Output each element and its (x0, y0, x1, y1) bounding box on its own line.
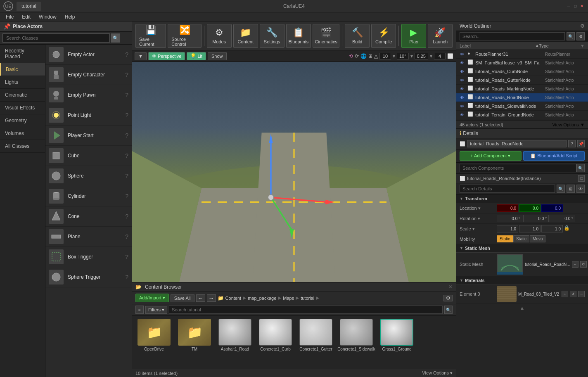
actor-item-sphere-trigger[interactable]: Sphere Trigger ? (45, 267, 132, 287)
static-mesh-section-header[interactable]: Static Mesh (456, 244, 588, 253)
scale-dropdown[interactable]: ▾ (430, 53, 432, 59)
wo-settings-button[interactable]: ⚙ (576, 32, 585, 40)
actor-info-0[interactable]: ? (125, 51, 128, 58)
grid-size-input[interactable]: 10 (379, 53, 391, 59)
rotation-dropdown-icon[interactable]: ▾ (478, 216, 480, 221)
grid-dropdown[interactable]: ▾ (393, 53, 395, 59)
category-visual-effects[interactable]: Visual Effects (0, 102, 45, 114)
dp-name-input[interactable] (467, 140, 567, 147)
add-import-button[interactable]: Add/Import ▾ (135, 294, 169, 302)
cb-asset-asphalt[interactable]: Asphalt1_Road (216, 319, 254, 351)
wo-item-6[interactable]: 👁 ⬜ tutorial_Roads_SidewalkNode StaticMe… (456, 102, 588, 111)
wo-view-options-button[interactable]: View Options ▼ (552, 122, 585, 127)
wo-settings-icon[interactable]: ⚙ (580, 23, 585, 29)
actor-info-7[interactable]: ? (125, 193, 128, 199)
actor-info-10[interactable]: ? (125, 254, 128, 260)
cb-asset-concrete-gutter[interactable]: Concrete1_Gutter (297, 319, 334, 351)
actor-info-8[interactable]: ? (125, 213, 128, 220)
category-geometry[interactable]: Geometry (0, 114, 45, 127)
location-z-input[interactable] (541, 204, 563, 212)
actor-item-empty-pawn[interactable]: Empty Pawn ? (45, 85, 132, 105)
actor-info-11[interactable]: ? (125, 274, 128, 280)
mobility-movable-button[interactable]: Mova (530, 235, 545, 242)
mobility-stationary-button[interactable]: Static (513, 235, 529, 242)
breadcrumb-map-package[interactable]: map_package (248, 296, 276, 301)
mat-reset-button[interactable]: ↺ (570, 291, 576, 297)
scale-lock-icon[interactable]: 🔒 (564, 225, 570, 232)
rotation-dropdown[interactable]: ▾ (410, 53, 413, 59)
wo-vis-0[interactable]: 👁 (458, 51, 466, 57)
wo-filter-icon[interactable]: ▼ (580, 43, 585, 48)
cb-search-button[interactable]: 🔍 (444, 306, 453, 314)
breadcrumb-tutorial[interactable]: tutorial (301, 296, 314, 301)
category-all-classes[interactable]: All Classes (0, 140, 45, 153)
source-control-button[interactable]: 🔀 Source Control (168, 24, 202, 48)
save-all-button[interactable]: Save All (171, 294, 194, 302)
rotation-y-input[interactable] (523, 215, 549, 222)
wo-item-5[interactable]: 👁 ⬜ tutorial_Roads_RoadNode StaticMeshAc… (456, 93, 588, 102)
category-basic[interactable]: Basic (0, 63, 45, 76)
dp-details-search-input[interactable] (460, 185, 555, 193)
search-classes-button[interactable]: 🔍 (111, 33, 120, 43)
dp-grid-btn[interactable]: ⊞ (567, 185, 575, 193)
dp-instance-checkbox[interactable]: ☐ (578, 175, 585, 182)
save-current-button[interactable]: 💾 Save Current (135, 24, 166, 48)
materials-section-header[interactable]: Materials (456, 276, 588, 285)
maximize-viewport-button[interactable]: ⬜ (447, 53, 453, 59)
wo-vis-3[interactable]: 👁 (458, 77, 466, 83)
wo-vis-2[interactable]: 👁 (458, 68, 466, 75)
viewport-canvas[interactable] (132, 62, 456, 282)
close-button[interactable]: ✕ (579, 3, 585, 9)
wo-item-3[interactable]: 👁 ⬜ tutorial_Roads_GutterNode StaticMesh… (456, 76, 588, 85)
dp-eye-btn[interactable]: 👁 (576, 185, 585, 193)
camera-speed[interactable]: 4 (434, 53, 446, 59)
wo-vis-7[interactable]: 👁 (458, 111, 466, 118)
actor-info-9[interactable]: ? (125, 233, 128, 240)
dp-search-components-button[interactable]: 🔍 (576, 164, 585, 172)
menu-file[interactable]: File (2, 13, 18, 21)
cb-filters-button[interactable]: Filters ▾ (145, 306, 167, 314)
content-button[interactable]: 📁 Content (233, 24, 258, 48)
play-button[interactable]: ▶ Play (401, 24, 426, 48)
nav-back-button[interactable]: ← (196, 294, 205, 302)
sm-reset-button[interactable]: ↺ (580, 261, 587, 268)
wo-vis-1[interactable]: 👁 (458, 59, 466, 66)
mobility-static-button[interactable]: Static (497, 235, 513, 242)
actor-item-sphere[interactable]: Sphere ? (45, 166, 132, 186)
actor-item-box-trigger[interactable]: Box Trigger ? (45, 247, 132, 267)
cb-asset-grass[interactable]: Grass1_Ground (378, 319, 415, 351)
category-volumes[interactable]: Volumes (0, 127, 45, 140)
mat-browse-button[interactable]: → (578, 291, 585, 297)
actor-item-cone[interactable]: Cone ? (45, 206, 132, 227)
blueprint-script-button[interactable]: 📋 Blueprint/Add Script (523, 151, 585, 161)
scale-x-input[interactable] (497, 225, 518, 232)
category-lights[interactable]: Lights (0, 76, 45, 89)
transform-icon-3[interactable]: 🌐 (360, 53, 367, 59)
location-y-input[interactable] (519, 204, 541, 212)
cb-folder-tm[interactable]: 📁 TM (176, 319, 213, 351)
scale-dropdown-icon[interactable]: ▾ (472, 226, 475, 232)
actor-item-empty-actor[interactable]: Empty Actor ? (45, 45, 132, 65)
actor-item-cube[interactable]: Cube ? (45, 146, 132, 166)
wo-item-0[interactable]: 👁 ● RoutePlanner31 RoutePlanner (456, 50, 588, 59)
transform-section-header[interactable]: Transform (456, 194, 588, 203)
transform-icon-1[interactable]: ⟲ (349, 53, 353, 59)
transform-icon-5[interactable]: △ (374, 53, 378, 59)
window-tab[interactable]: tutorial (17, 2, 41, 11)
show-button[interactable]: Show (208, 52, 227, 60)
lit-button[interactable]: 💡 Lit (187, 52, 206, 60)
dp-search-components-input[interactable] (460, 164, 576, 172)
viewport-dropdown-button[interactable]: ▼ (135, 52, 147, 60)
scale-y-input[interactable] (519, 225, 541, 232)
rotation-x-input[interactable] (497, 215, 522, 222)
cb-folder-opendrive[interactable]: 📁 OpenDrive (135, 319, 173, 351)
build-button[interactable]: 🔨 Build (345, 24, 370, 48)
search-classes-input[interactable] (2, 33, 110, 43)
scale-snap[interactable]: 0.25 (415, 53, 428, 59)
actor-item-empty-character[interactable]: Empty Character ? (45, 65, 132, 85)
actor-info-2[interactable]: ? (125, 92, 128, 98)
menu-help[interactable]: Help (61, 13, 79, 21)
cb-asset-concrete-curb[interactable]: Concrete1_Curb (257, 319, 294, 351)
actor-info-5[interactable]: ? (125, 152, 128, 159)
wo-vis-5[interactable]: 👁 (458, 94, 466, 101)
